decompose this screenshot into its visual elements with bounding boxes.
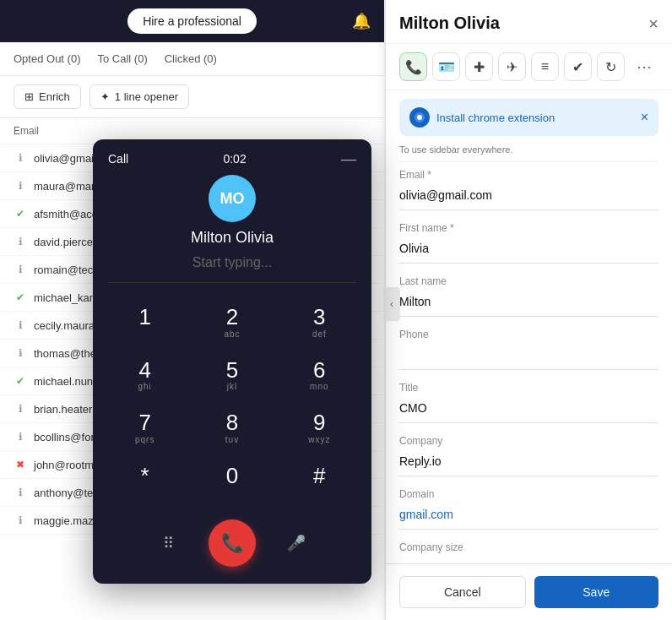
tab-to-call[interactable]: To Call (0) <box>97 51 147 67</box>
title-field: Title CMO <box>399 382 658 423</box>
info-icon: ℹ <box>14 235 27 248</box>
dial-key-5[interactable]: 5jkl <box>188 350 275 403</box>
phone-value[interactable] <box>399 343 658 370</box>
company-size-field: Company size 51-200 <box>399 541 658 563</box>
bell-icon[interactable]: 🔔 <box>352 12 371 30</box>
email-value[interactable]: olivia@gmail.com <box>399 183 658 210</box>
add-action-button[interactable]: ✚ <box>465 52 493 81</box>
dial-key-1[interactable]: 1 <box>101 296 188 350</box>
info-icon: ℹ <box>14 402 27 416</box>
cancel-button[interactable]: Cancel <box>399 576 526 608</box>
dialer-call-label: Call <box>108 152 128 166</box>
dialer-divider <box>108 282 356 283</box>
phone-label: Phone <box>399 329 658 340</box>
last-name-label: Last name <box>399 275 658 287</box>
dialer-overlay: Call 0:02 — MO Milton Olivia Start typin… <box>93 139 371 584</box>
title-value[interactable]: CMO <box>399 396 658 423</box>
actions-bar: ⊞ Enrich ✦ 1 line opener <box>0 76 384 118</box>
email-field: Email * olivia@gmail.com <box>399 169 658 210</box>
info-icon: ℹ <box>14 151 27 165</box>
hire-professional-button[interactable]: Hire a professional <box>127 8 257 34</box>
dialer-mic-button[interactable]: 🎤 <box>281 528 312 558</box>
info-icon: ℹ <box>14 514 27 527</box>
check-action-button[interactable]: ✔ <box>564 52 592 81</box>
dialer-hangup-button[interactable]: 📞 <box>209 519 256 567</box>
tabs-bar: Opted Out (0) To Call (0) Clicked (0) <box>0 42 384 76</box>
dialer-avatar: MO <box>209 175 256 222</box>
chrome-ext-label: Install chrome extension <box>436 111 634 124</box>
chrome-extension-banner: Install chrome extension × <box>399 99 658 136</box>
dial-key-9[interactable]: 9wxyz <box>276 402 363 455</box>
loop-action-button[interactable]: ↻ <box>597 52 625 81</box>
enrich-icon: ⊞ <box>24 90 34 103</box>
company-size-label: Company size <box>399 541 658 553</box>
tab-opted-out[interactable]: Opted Out (0) <box>14 51 80 67</box>
dialer-controls: ⠿ 📞 🎤 <box>93 519 371 567</box>
last-name-value[interactable]: Milton <box>399 290 658 317</box>
check-icon: ✔ <box>14 207 27 220</box>
minimize-icon[interactable]: — <box>341 151 356 166</box>
dialer-input-display[interactable]: Start typing... <box>93 252 371 274</box>
last-name-field: Last name Milton <box>399 275 658 317</box>
enrich-label: Enrich <box>39 90 70 103</box>
close-button[interactable]: × <box>648 15 658 32</box>
right-panel: Milton Olivia × 📞 🪪 ✚ ✈ ≡ ✔ ↻ ⋯ Install … <box>385 0 672 620</box>
enrich-button[interactable]: ⊞ Enrich <box>14 84 81 109</box>
dialer-keypad: 1 2abc 3def 4ghi 5jkl 6mno 7pqrs 8tuv 9w… <box>93 296 371 508</box>
list-action-button[interactable]: ≡ <box>531 52 559 81</box>
more-actions-button[interactable]: ⋯ <box>630 54 658 79</box>
svg-point-1 <box>417 115 422 120</box>
card-action-button[interactable]: 🪪 <box>432 52 460 81</box>
dial-key-2[interactable]: 2abc <box>188 296 275 350</box>
domain-value[interactable]: gmail.com <box>399 503 658 530</box>
first-name-label: First name * <box>399 222 658 234</box>
chrome-ext-subtitle: To use sidebar everywhere. <box>399 144 658 162</box>
collapse-panel-button[interactable]: ‹ <box>383 287 400 321</box>
opener-label: 1 line opener <box>115 90 178 103</box>
sidebar-header: Milton Olivia × <box>386 0 672 44</box>
dialer-grid-button[interactable]: ⠿ <box>153 528 183 558</box>
line-opener-button[interactable]: ✦ 1 line opener <box>89 84 189 109</box>
dialer-contact-name: Milton Olivia <box>93 229 371 247</box>
dial-key-3[interactable]: 3def <box>276 296 363 350</box>
info-icon: ℹ <box>14 318 27 332</box>
dial-key-0[interactable]: 0 <box>188 455 275 509</box>
first-name-value[interactable]: Olivia <box>399 237 658 264</box>
phone-action-button[interactable]: 📞 <box>399 52 427 81</box>
info-icon: ℹ <box>14 346 27 360</box>
sidebar-contact-name: Milton Olivia <box>399 14 500 33</box>
opener-icon: ✦ <box>100 90 110 103</box>
info-icon: ℹ <box>14 263 27 276</box>
dial-key-hash[interactable]: # <box>276 455 363 509</box>
sidebar-form: Email * olivia@gmail.com First name * Ol… <box>386 169 672 563</box>
chrome-ext-close-button[interactable]: × <box>641 111 648 124</box>
domain-field: Domain gmail.com <box>399 488 658 530</box>
info-icon: ℹ <box>14 179 27 193</box>
send-action-button[interactable]: ✈ <box>498 52 526 81</box>
top-bar-icons: 🔔 <box>352 12 371 30</box>
company-field: Company Reply.io <box>399 435 658 476</box>
tab-clicked[interactable]: Clicked (0) <box>165 51 217 67</box>
dial-key-8[interactable]: 8tuv <box>188 402 275 455</box>
company-value[interactable]: Reply.io <box>399 449 658 476</box>
chrome-icon <box>409 107 430 128</box>
top-bar: Hire a professional 🔔 <box>0 0 384 42</box>
info-icon: ℹ <box>14 486 27 499</box>
email-label: Email * <box>399 169 658 181</box>
error-icon: ✖ <box>14 458 27 471</box>
dialer-header: Call 0:02 — <box>93 139 371 175</box>
dial-key-4[interactable]: 4ghi <box>101 350 188 403</box>
sidebar-actions: 📞 🪪 ✚ ✈ ≡ ✔ ↻ ⋯ <box>386 44 672 90</box>
sidebar-footer: Cancel Save <box>386 563 672 620</box>
domain-label: Domain <box>399 488 658 500</box>
company-label: Company <box>399 435 658 447</box>
title-label: Title <box>399 382 658 394</box>
save-button[interactable]: Save <box>534 576 659 608</box>
check-icon: ✔ <box>14 291 27 304</box>
dial-key-7[interactable]: 7pqrs <box>101 402 188 455</box>
check-icon: ✔ <box>14 374 27 388</box>
company-size-value[interactable]: 51-200 <box>399 556 658 563</box>
dial-key-star[interactable]: * <box>101 455 188 509</box>
first-name-field: First name * Olivia <box>399 222 658 264</box>
dial-key-6[interactable]: 6mno <box>276 350 363 403</box>
